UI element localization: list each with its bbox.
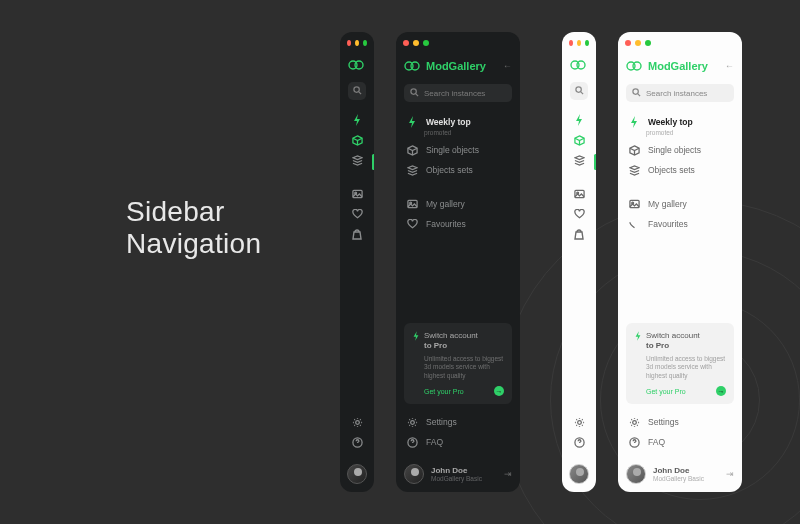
promo-card[interactable]: Switch accountto Pro Unlimited access to… bbox=[404, 323, 512, 404]
stack-icon bbox=[406, 164, 418, 176]
search-icon bbox=[632, 88, 641, 99]
cube-icon bbox=[406, 144, 418, 156]
nav-single[interactable]: Single objects bbox=[404, 140, 512, 160]
nav-faq[interactable]: FAQ bbox=[404, 432, 512, 452]
promo-title: Switch accountto Pro bbox=[424, 331, 504, 351]
promo-cta[interactable]: Get your Pro→ bbox=[646, 386, 726, 396]
stack-icon bbox=[628, 164, 640, 176]
svg-line-3 bbox=[358, 91, 360, 93]
brand-logo[interactable] bbox=[340, 58, 374, 82]
help-icon bbox=[351, 436, 363, 448]
svg-point-2 bbox=[353, 86, 358, 91]
svg-point-14 bbox=[410, 420, 414, 424]
window-controls[interactable] bbox=[618, 32, 742, 58]
search-icon bbox=[575, 86, 584, 97]
nav-gallery[interactable]: My gallery bbox=[404, 194, 512, 214]
nav-gallery[interactable]: My gallery bbox=[626, 194, 734, 214]
image-icon bbox=[628, 198, 640, 210]
nav-faq[interactable] bbox=[348, 432, 366, 452]
svg-line-11 bbox=[416, 93, 418, 95]
promo-desc: Unlimited access to biggest 3d models se… bbox=[646, 355, 726, 380]
logo-icon bbox=[626, 61, 642, 71]
collapse-icon[interactable]: ← bbox=[725, 61, 734, 71]
logout-icon[interactable]: ⇥ bbox=[726, 469, 734, 479]
nav-single[interactable] bbox=[570, 130, 588, 150]
brand-row[interactable]: ModGallery ← bbox=[396, 58, 520, 84]
nav-gallery[interactable] bbox=[348, 184, 366, 204]
brand-row[interactable]: ModGallery ← bbox=[618, 58, 742, 84]
bolt-icon bbox=[573, 114, 585, 126]
search-input[interactable] bbox=[570, 82, 588, 100]
user-profile[interactable]: John DoeModGallery Basic ⇥ bbox=[396, 464, 520, 484]
bolt-icon bbox=[412, 331, 420, 343]
window-controls[interactable] bbox=[340, 32, 374, 58]
promo-desc: Unlimited access to biggest 3d models se… bbox=[424, 355, 504, 380]
page-heading: Sidebar Navigation bbox=[126, 196, 261, 260]
promo-cta[interactable]: Get your Pro→ bbox=[424, 386, 504, 396]
bolt-icon bbox=[406, 116, 418, 128]
nav-favourites[interactable]: Favourites bbox=[404, 214, 512, 234]
heart-icon bbox=[351, 208, 363, 220]
search-input[interactable] bbox=[348, 82, 366, 100]
svg-point-17 bbox=[577, 61, 585, 69]
user-profile[interactable] bbox=[562, 464, 596, 484]
svg-point-1 bbox=[355, 61, 363, 69]
user-profile[interactable]: John DoeModGallery Basic ⇥ bbox=[618, 464, 742, 484]
gear-icon bbox=[628, 416, 640, 428]
bolt-icon bbox=[351, 114, 363, 126]
brand-logo[interactable] bbox=[562, 58, 596, 82]
gear-icon bbox=[406, 416, 418, 428]
nav-sets[interactable] bbox=[348, 150, 366, 170]
brand-name: ModGallery bbox=[648, 60, 708, 72]
nav-single[interactable]: Single objects bbox=[626, 140, 734, 160]
help-icon bbox=[628, 436, 640, 448]
stack-icon bbox=[573, 154, 585, 166]
nav-single[interactable] bbox=[348, 130, 366, 150]
sidebar-dark-expanded: ModGallery ← Search instances Weekly top… bbox=[396, 32, 520, 492]
nav-sets[interactable]: Objects sets bbox=[404, 160, 512, 180]
window-controls[interactable] bbox=[396, 32, 520, 58]
svg-line-19 bbox=[580, 91, 582, 93]
nav-settings[interactable] bbox=[348, 412, 366, 432]
nav-settings[interactable]: Settings bbox=[626, 412, 734, 432]
heart-icon bbox=[628, 218, 640, 230]
arrow-icon: → bbox=[494, 386, 504, 396]
nav-weekly-sub: promoted bbox=[424, 129, 512, 136]
image-icon bbox=[351, 188, 363, 200]
cube-icon bbox=[628, 144, 640, 156]
nav-faq[interactable]: FAQ bbox=[626, 432, 734, 452]
promo-card[interactable]: Switch accountto Pro Unlimited access to… bbox=[626, 323, 734, 404]
help-icon bbox=[573, 436, 585, 448]
sidebar-dark-collapsed bbox=[340, 32, 374, 492]
help-icon bbox=[406, 436, 418, 448]
nav-settings[interactable] bbox=[570, 412, 588, 432]
search-input[interactable]: Search instances bbox=[404, 84, 512, 102]
nav-weekly[interactable] bbox=[348, 110, 366, 130]
nav-settings[interactable]: Settings bbox=[404, 412, 512, 432]
nav-cart[interactable] bbox=[348, 224, 366, 244]
avatar bbox=[347, 464, 367, 484]
logout-icon[interactable]: ⇥ bbox=[504, 469, 512, 479]
window-controls[interactable] bbox=[562, 32, 596, 58]
nav-weekly[interactable] bbox=[570, 110, 588, 130]
logo-icon bbox=[404, 61, 420, 71]
bolt-icon bbox=[634, 331, 642, 343]
nav-cart[interactable] bbox=[570, 224, 588, 244]
avatar bbox=[569, 464, 589, 484]
user-profile[interactable] bbox=[340, 464, 374, 484]
search-input[interactable]: Search instances bbox=[626, 84, 734, 102]
nav-sets[interactable]: Objects sets bbox=[626, 160, 734, 180]
svg-point-10 bbox=[411, 88, 416, 93]
arrow-icon: → bbox=[716, 386, 726, 396]
sidebar-light-collapsed bbox=[562, 32, 596, 492]
svg-point-30 bbox=[632, 420, 636, 424]
nav-sets[interactable] bbox=[570, 150, 588, 170]
nav-faq[interactable] bbox=[570, 432, 588, 452]
nav-favourites[interactable] bbox=[570, 204, 588, 224]
nav-favourites[interactable]: Favourites bbox=[626, 214, 734, 234]
bolt-icon bbox=[628, 116, 640, 128]
nav-gallery[interactable] bbox=[570, 184, 588, 204]
collapse-icon[interactable]: ← bbox=[503, 61, 512, 71]
svg-point-25 bbox=[633, 62, 641, 70]
nav-favourites[interactable] bbox=[348, 204, 366, 224]
